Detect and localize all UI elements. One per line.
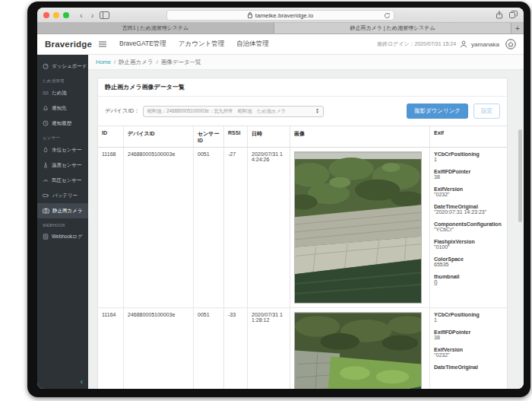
bell-icon bbox=[43, 105, 49, 111]
col-header-image: 画像 bbox=[290, 126, 430, 148]
device-select-value: 昭和池：246880005100003e：北九州市 昭和池 ため池カメラ bbox=[147, 108, 287, 115]
main-area: Home / 静止画カメラ / 画像データ一覧 静止画カメラ画像データ一覧 デバ… bbox=[88, 55, 524, 389]
last-login-text: 最終ログイン：2020/07/31 15:24 bbox=[377, 40, 456, 48]
settings-button[interactable]: 設定 bbox=[473, 103, 500, 119]
hamburger-menu-icon[interactable] bbox=[99, 41, 106, 47]
url-field[interactable]: tameike.braveridge.io bbox=[166, 10, 394, 21]
window-frame: ‹ › tameike.braveridge.io 古田1 | ため池管理システ bbox=[27, 2, 530, 397]
sidebar-section-webhook: WEBHOOK bbox=[37, 218, 88, 229]
close-window-button[interactable] bbox=[43, 12, 49, 18]
cell-device-id: 246880005100003e bbox=[124, 148, 194, 308]
nav-account[interactable]: アカウント管理 bbox=[179, 40, 225, 49]
sidebar-item-temperature[interactable]: 温度センサー bbox=[37, 158, 88, 173]
device-select[interactable]: 昭和池：246880005100003e：北九州市 昭和池 ため池カメラ ▲▼ bbox=[143, 106, 324, 117]
home-icon[interactable] bbox=[505, 39, 516, 49]
share-icon[interactable] bbox=[496, 11, 503, 19]
new-tab-button[interactable]: + bbox=[511, 23, 524, 33]
page-content: 静止画カメラ画像データ一覧 デバイスID： 昭和池：24688000510000… bbox=[88, 70, 524, 389]
camera-data-card: 静止画カメラ画像データ一覧 デバイスID： 昭和池：24688000510000… bbox=[97, 78, 508, 389]
reload-icon[interactable] bbox=[384, 12, 391, 19]
braveridge-logo: Braveridge bbox=[45, 40, 92, 49]
water-drop-icon bbox=[43, 147, 49, 153]
cell-sensor-id: 0051 bbox=[194, 308, 224, 389]
sidebar-item-pressure[interactable]: 気圧センサー bbox=[37, 173, 88, 188]
cell-rssi: -27 bbox=[224, 148, 248, 308]
nav-bravegate[interactable]: BraveGATE管理 bbox=[119, 40, 166, 49]
forward-button[interactable]: › bbox=[89, 11, 97, 19]
sidebar-item-dashboard[interactable]: ダッシュボード bbox=[37, 59, 88, 74]
cell-id: 11168 bbox=[98, 148, 124, 308]
browser-titlebar: ‹ › tameike.braveridge.io bbox=[37, 8, 524, 23]
tab-bar: 古田1 | ため池管理システム 静止画カメラ | ため池管理システム + bbox=[37, 23, 524, 34]
col-header-device: デバイスID bbox=[124, 126, 194, 148]
camera-icon bbox=[43, 208, 49, 214]
cell-image bbox=[290, 308, 430, 389]
page-scrollbar-thumb[interactable] bbox=[518, 129, 522, 222]
breadcrumb-page: 画像データ一覧 bbox=[161, 59, 201, 66]
page-title: 静止画カメラ画像データ一覧 bbox=[98, 78, 507, 97]
filter-row: デバイスID： 昭和池：246880005100003e：北九州市 昭和池 ため… bbox=[98, 97, 507, 126]
breadcrumb: Home / 静止画カメラ / 画像データ一覧 bbox=[88, 55, 524, 70]
col-header-exif: Exif bbox=[430, 126, 507, 148]
url-text: tameike.braveridge.io bbox=[255, 12, 313, 19]
username[interactable]: yamanaka bbox=[471, 41, 499, 48]
dashboard-icon bbox=[43, 63, 49, 69]
col-header-id: ID bbox=[98, 126, 124, 148]
sidebar-toggle-icon[interactable] bbox=[100, 11, 109, 19]
sidebar-collapse-chevron[interactable]: ‹ bbox=[81, 378, 83, 386]
breadcrumb-section: 静止画カメラ bbox=[119, 59, 154, 66]
device-id-label: デバイスID： bbox=[105, 107, 140, 115]
sidebar: ダッシュボード ため池管理 ため池 通知先 通知履歴 センサー 水位センサー bbox=[37, 55, 88, 389]
browser-window: ‹ › tameike.braveridge.io 古田1 | ため池管理システ bbox=[37, 8, 524, 389]
lock-icon bbox=[248, 12, 252, 18]
log-icon bbox=[43, 234, 49, 240]
tab-still-camera[interactable]: 静止画カメラ | ため池管理システム bbox=[274, 23, 511, 33]
sidebar-section-tameike: ため池管理 bbox=[37, 74, 88, 85]
history-icon bbox=[43, 120, 49, 126]
battery-icon bbox=[43, 193, 49, 199]
sidebar-item-notify-history[interactable]: 通知履歴 bbox=[37, 116, 88, 131]
capture-downlink-button[interactable]: 撮影ダウンリンク bbox=[407, 103, 468, 119]
pond-icon bbox=[43, 90, 49, 96]
col-header-sensor: センサーID bbox=[194, 126, 224, 148]
nav-municipality[interactable]: 自治体管理 bbox=[236, 40, 269, 49]
tab-kota1[interactable]: 古田1 | ため池管理システム bbox=[37, 23, 274, 33]
cell-rssi: -33 bbox=[224, 308, 248, 389]
cell-id: 11164 bbox=[98, 308, 124, 389]
cell-sensor-id: 0051 bbox=[194, 148, 224, 308]
select-stepper-icon: ▲▼ bbox=[315, 108, 318, 115]
col-header-datetime: 日時 bbox=[248, 126, 290, 148]
cell-datetime: 2020/07/31 14:24:26 bbox=[248, 148, 290, 308]
cell-datetime: 2020/07/31 11:28:12 bbox=[248, 308, 290, 389]
sidebar-item-water-level[interactable]: 水位センサー bbox=[37, 142, 88, 158]
thermometer-icon bbox=[43, 162, 49, 168]
app-header: Braveridge BraveGATE管理 アカウント管理 自治体管理 最終ロ… bbox=[37, 34, 524, 55]
tab-overview-icon[interactable] bbox=[509, 11, 518, 19]
cell-exif: YCbCrPositioning1 ExifIFDPointer38 ExifV… bbox=[430, 308, 507, 389]
image-data-table: ID デバイスID センサーID RSSI 日時 画像 Exif 11168 2… bbox=[98, 126, 507, 389]
reservoir-photo-2 bbox=[294, 312, 422, 389]
sidebar-item-battery[interactable]: バッテリー bbox=[37, 188, 88, 203]
sidebar-item-tameike[interactable]: ため池 bbox=[37, 85, 88, 100]
sidebar-item-still-camera[interactable]: 静止画カメラ bbox=[37, 203, 88, 218]
back-button[interactable]: ‹ bbox=[78, 11, 85, 19]
minimize-window-button[interactable] bbox=[53, 12, 59, 18]
sidebar-item-notify-dest[interactable]: 通知先 bbox=[37, 100, 88, 116]
screenshot: ‹ › tameike.braveridge.io 古田1 | ため池管理システ bbox=[0, 0, 532, 401]
cell-device-id: 246880005100003e bbox=[124, 308, 194, 389]
app-nav: BraveGATE管理 アカウント管理 自治体管理 bbox=[119, 40, 269, 49]
reservoir-photo-1 bbox=[294, 151, 422, 304]
cell-image bbox=[290, 148, 430, 308]
gauge-icon bbox=[43, 177, 49, 183]
cell-exif: YCbCrPositioning1 ExifIFDPointer38 ExifV… bbox=[430, 148, 507, 308]
sidebar-item-webhook-log[interactable]: Webhookログ bbox=[37, 229, 88, 244]
breadcrumb-home-link[interactable]: Home bbox=[96, 59, 111, 65]
zoom-window-button[interactable] bbox=[63, 12, 69, 18]
traffic-lights bbox=[43, 12, 69, 18]
col-header-rssi: RSSI bbox=[224, 126, 248, 148]
user-icon bbox=[460, 40, 467, 48]
sidebar-section-sensor: センサー bbox=[37, 131, 88, 142]
